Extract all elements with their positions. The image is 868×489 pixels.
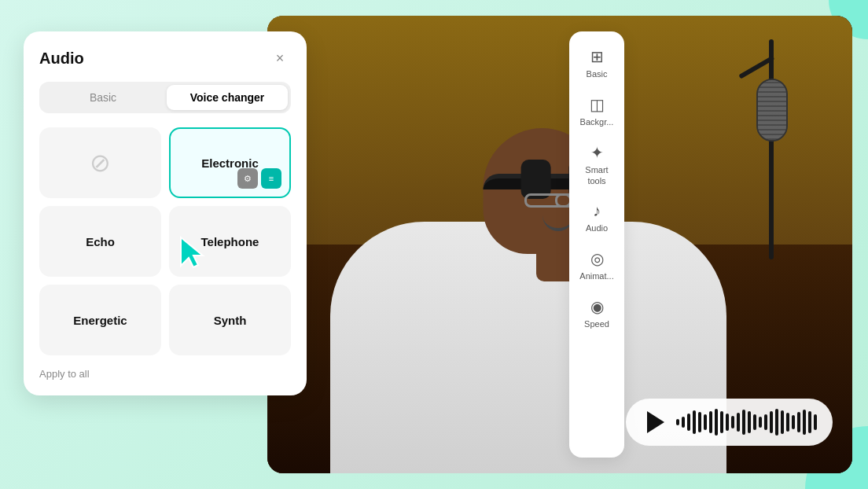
sidebar-item-speed[interactable]: ◉Speed: [569, 291, 624, 336]
wave-bar-25: [814, 414, 817, 430]
effects-grid: ⊘ Electronic ⚙ ≡ Echo Telephone Energeti…: [39, 127, 291, 355]
cursor-pointer: [178, 234, 206, 272]
tab-bar: Basic Voice changer: [39, 82, 291, 113]
audio-label: Audio: [586, 223, 608, 233]
telephone-label: Telephone: [201, 235, 259, 248]
background-icon: ◫: [590, 95, 605, 114]
tab-voice-changer[interactable]: Voice changer: [167, 85, 288, 110]
effect-energetic[interactable]: Energetic: [39, 285, 161, 355]
smart_tools-icon: ✦: [590, 143, 604, 162]
wave-bar-12: [742, 410, 745, 435]
electronic-inner: Electronic: [201, 156, 259, 170]
wave-bar-9: [726, 414, 729, 431]
effect-electronic[interactable]: Electronic ⚙ ≡: [169, 127, 291, 198]
animate-icon: ◎: [590, 249, 604, 268]
sidebar-item-audio[interactable]: ♪Audio: [569, 196, 624, 240]
panel-title: Audio: [39, 50, 84, 68]
sidebar-panel: ⊞Basic◫Backgr...✦Smart tools♪Audio◎Anima…: [569, 31, 624, 458]
wave-bar-4: [698, 412, 701, 432]
sidebar-item-animate[interactable]: ◎Animat...: [569, 243, 624, 288]
electronic-label: Electronic: [201, 156, 259, 170]
apply-all[interactable]: Apply to all: [39, 368, 291, 380]
effect-none[interactable]: ⊘: [39, 127, 161, 198]
effect-synth[interactable]: Synth: [169, 285, 291, 355]
wave-bar-15: [759, 417, 762, 428]
play-icon: [647, 411, 664, 433]
wave-bar-16: [764, 414, 767, 430]
wave-bar-11: [737, 413, 740, 432]
svg-marker-0: [181, 237, 203, 267]
audio-waveform: [676, 408, 817, 436]
close-button[interactable]: ×: [269, 47, 291, 69]
sidebar-item-background[interactable]: ◫Backgr...: [569, 89, 624, 134]
tab-basic[interactable]: Basic: [42, 85, 164, 110]
wave-bar-13: [748, 411, 751, 433]
wave-bar-23: [803, 410, 806, 435]
wave-bar-2: [687, 414, 690, 431]
wave-bar-10: [731, 416, 734, 428]
sidebar-item-smart_tools[interactable]: ✦Smart tools: [569, 137, 624, 192]
wave-bar-7: [715, 409, 718, 436]
speed-label: Speed: [584, 319, 609, 329]
sidebar-item-basic[interactable]: ⊞Basic: [569, 41, 624, 86]
synth-label: Synth: [214, 314, 247, 327]
wave-bar-14: [753, 414, 756, 430]
energetic-label: Energetic: [73, 314, 127, 327]
wave-bar-17: [770, 411, 773, 433]
waveform-bar: [626, 399, 833, 446]
wave-bar-22: [797, 412, 800, 432]
play-button[interactable]: [642, 410, 667, 435]
panel-header: Audio ×: [39, 47, 291, 69]
wave-bar-19: [781, 410, 784, 434]
echo-label: Echo: [86, 235, 115, 248]
audio-panel: Audio × Basic Voice changer ⊘ Electronic…: [24, 31, 307, 395]
wave-bar-21: [792, 415, 795, 429]
background-label: Backgr...: [580, 117, 614, 127]
audio-icon: ♪: [593, 202, 601, 220]
wave-bar-8: [720, 411, 723, 433]
effect-echo[interactable]: Echo: [39, 206, 161, 277]
wave-bar-1: [682, 417, 685, 428]
animate-label: Animat...: [579, 271, 613, 281]
basic-icon: ⊞: [590, 47, 604, 66]
smart_tools-label: Smart tools: [585, 165, 608, 186]
none-icon: ⊘: [90, 148, 111, 178]
wave-bar-0: [676, 419, 679, 425]
waveform-icon: ≡: [261, 168, 281, 189]
wave-bar-3: [693, 410, 696, 434]
wave-bar-6: [709, 411, 712, 433]
wave-bar-24: [808, 411, 811, 433]
speed-icon: ◉: [590, 297, 604, 316]
wave-bar-18: [775, 409, 778, 436]
wave-bar-20: [786, 413, 789, 432]
wave-bar-5: [704, 414, 707, 430]
mini-icons: ⚙ ≡: [237, 168, 281, 189]
basic-label: Basic: [587, 69, 608, 79]
equalizer-icon: ⚙: [237, 168, 258, 189]
